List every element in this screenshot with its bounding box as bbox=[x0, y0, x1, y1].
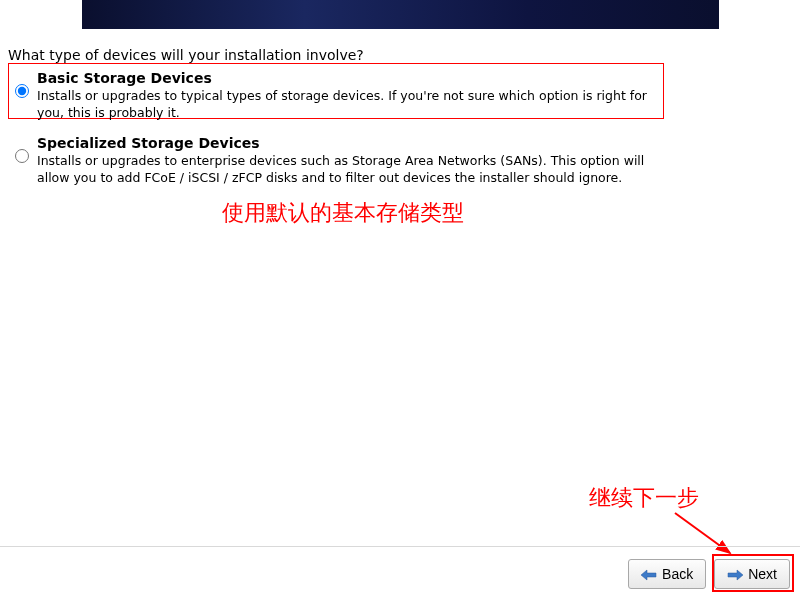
footer-nav: Back Next bbox=[0, 546, 800, 600]
storage-option-basic[interactable]: Basic Storage Devices Installs or upgrad… bbox=[15, 70, 655, 122]
storage-option-specialized[interactable]: Specialized Storage Devices Installs or … bbox=[15, 135, 655, 187]
next-button-label: Next bbox=[748, 566, 777, 582]
radio-specialized[interactable] bbox=[15, 149, 29, 163]
option-desc: Installs or upgrades to typical types of… bbox=[37, 88, 655, 122]
back-button-label: Back bbox=[662, 566, 693, 582]
annotation-text-2: 继续下一步 bbox=[589, 483, 699, 513]
arrow-right-icon bbox=[727, 568, 743, 580]
option-desc: Installs or upgrades to enterprise devic… bbox=[37, 153, 655, 187]
back-button[interactable]: Back bbox=[628, 559, 706, 589]
radio-content: Basic Storage Devices Installs or upgrad… bbox=[37, 70, 655, 122]
svg-marker-2 bbox=[641, 570, 656, 580]
svg-marker-3 bbox=[728, 570, 743, 580]
radio-content: Specialized Storage Devices Installs or … bbox=[37, 135, 655, 187]
option-title: Specialized Storage Devices bbox=[37, 135, 655, 151]
arrow-left-icon bbox=[641, 568, 657, 580]
banner bbox=[82, 0, 719, 29]
annotation-text-1: 使用默认的基本存储类型 bbox=[222, 198, 464, 228]
next-button[interactable]: Next bbox=[714, 559, 790, 589]
option-title: Basic Storage Devices bbox=[37, 70, 655, 86]
radio-basic[interactable] bbox=[15, 84, 29, 98]
prompt-text: What type of devices will your installat… bbox=[8, 47, 364, 63]
